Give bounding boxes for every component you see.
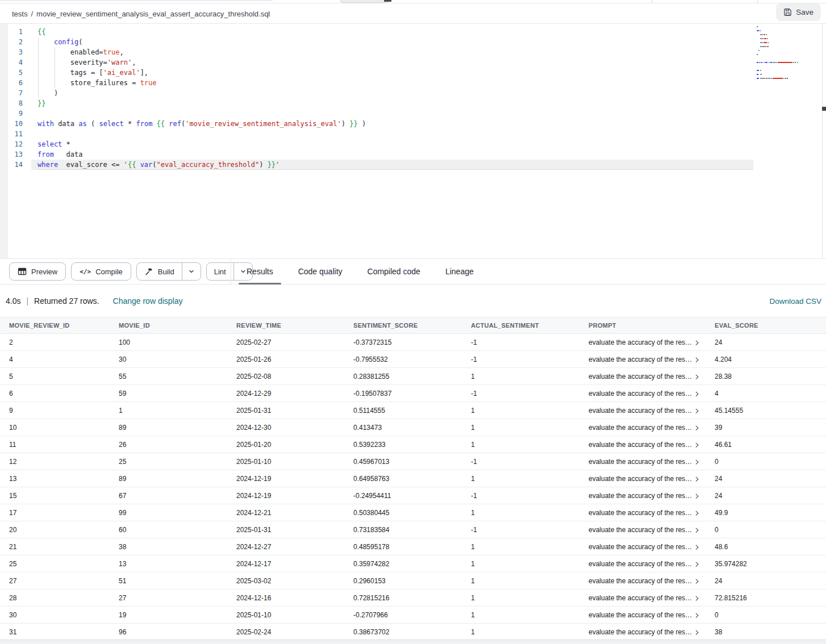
cell-prompt[interactable]: evaluate the accuracy of the res… <box>589 407 706 415</box>
prompt-text: evaluate the accuracy of the res… <box>589 424 692 432</box>
code-line[interactable] <box>37 129 758 139</box>
cell-prompt[interactable]: evaluate the accuracy of the res… <box>589 492 706 500</box>
preview-button[interactable]: Preview <box>9 262 66 281</box>
cell-prompt[interactable]: evaluate the accuracy of the res… <box>589 458 706 466</box>
cell-sentiment-score: 0.45967013 <box>353 458 471 466</box>
code-line[interactable]: with data as ( select * from {{ ref('mov… <box>37 119 758 129</box>
cell-prompt[interactable]: evaluate the accuracy of the res… <box>589 577 706 585</box>
chevron-right-icon[interactable] <box>694 425 698 430</box>
lint-button[interactable]: Lint <box>207 263 233 280</box>
code-line[interactable]: from data <box>37 149 758 160</box>
code-line[interactable]: tags = ['ai_eval'], <box>37 68 758 78</box>
table-row: 912025-01-310.51145551evaluate the accur… <box>0 402 826 419</box>
code-line[interactable]: {{ <box>37 27 758 37</box>
cell-sentiment-score: 0.73183584 <box>353 526 471 534</box>
tab-code-quality[interactable]: Code quality <box>290 259 351 284</box>
build-button[interactable]: Build <box>137 263 182 280</box>
chevron-right-icon[interactable] <box>694 579 698 583</box>
tab-lineage[interactable]: Lineage <box>437 259 482 284</box>
chevron-right-icon[interactable] <box>694 630 698 634</box>
cell-prompt[interactable]: evaluate the accuracy of the res… <box>589 356 706 363</box>
cell-review-time: 2025-03-02 <box>236 577 353 585</box>
chevron-right-icon[interactable] <box>694 511 698 515</box>
cell-sentiment-score: 0.64958763 <box>353 475 471 483</box>
cell-sentiment-score: 0.72815216 <box>353 594 471 602</box>
cell-eval-score: 28.38 <box>706 373 826 380</box>
chevron-right-icon[interactable] <box>694 545 698 549</box>
tab-divider <box>652 0 652 3</box>
chevron-right-icon[interactable] <box>694 340 698 345</box>
chevron-right-icon[interactable] <box>694 459 698 464</box>
tab-results[interactable]: Results <box>239 259 281 284</box>
cell-movie-review-id: 10 <box>0 424 119 432</box>
code-line[interactable]: }} <box>37 98 758 108</box>
editor-code[interactable]: {{ config( enabled=true, severity='warn'… <box>37 27 758 170</box>
download-csv-link[interactable]: Download CSV <box>769 297 821 306</box>
sql-editor[interactable]: 1234567891011121314 {{ config( enabled=t… <box>0 24 826 258</box>
cell-eval-score: 4 <box>706 390 826 398</box>
horizontal-scrollbar[interactable] <box>0 639 826 644</box>
hammer-icon <box>144 267 153 276</box>
prompt-text: evaluate the accuracy of the res… <box>589 577 692 585</box>
breadcrumb-tests[interactable]: tests <box>12 10 27 18</box>
col-header-sentiment-score: SENTIMENT_SCORE <box>353 322 471 329</box>
col-header-movie-review-id: MOVIE_REVIEW_ID <box>0 322 119 329</box>
cell-prompt[interactable]: evaluate the accuracy of the res… <box>589 526 706 534</box>
cell-prompt[interactable]: evaluate the accuracy of the res… <box>589 390 706 398</box>
chevron-right-icon[interactable] <box>694 357 698 362</box>
chevron-right-icon[interactable] <box>694 596 698 600</box>
chevron-right-icon[interactable] <box>694 374 698 379</box>
cell-prompt[interactable]: evaluate the accuracy of the res… <box>589 373 706 380</box>
chevron-right-icon[interactable] <box>694 528 698 532</box>
cell-prompt[interactable]: evaluate the accuracy of the res… <box>589 441 706 449</box>
code-line[interactable]: severity='warn', <box>37 57 758 68</box>
code-line[interactable]: config( <box>37 37 758 47</box>
chevron-right-icon[interactable] <box>694 476 698 481</box>
tab-compiled-code[interactable]: Compiled code <box>360 259 428 284</box>
cell-prompt[interactable]: evaluate the accuracy of the res… <box>589 543 706 551</box>
cell-movie-review-id: 20 <box>0 526 119 534</box>
cell-prompt[interactable]: evaluate the accuracy of the res… <box>589 560 706 568</box>
cell-eval-score: 0 <box>706 526 826 534</box>
cell-prompt[interactable]: evaluate the accuracy of the res… <box>589 424 706 432</box>
code-line[interactable] <box>37 108 758 119</box>
table-row: 12252025-01-100.45967013-1evaluate the a… <box>0 453 826 470</box>
compile-button[interactable]: </> Compile <box>71 262 131 281</box>
code-line[interactable]: store_failures = true <box>37 78 758 88</box>
change-row-display-link[interactable]: Change row display <box>113 296 183 306</box>
code-line[interactable]: ) <box>37 88 758 98</box>
code-line[interactable]: enabled=true, <box>37 47 758 57</box>
chevron-right-icon[interactable] <box>694 408 698 413</box>
chevron-right-icon[interactable] <box>694 494 698 498</box>
cell-review-time: 2025-01-26 <box>236 356 353 363</box>
build-dropdown-button[interactable] <box>182 263 201 280</box>
chevron-right-icon[interactable] <box>694 442 698 447</box>
cell-prompt[interactable]: evaluate the accuracy of the res… <box>589 509 706 517</box>
cell-eval-score: 24 <box>706 492 826 500</box>
table-row: 31962025-02-240.386737021evaluate the ac… <box>0 624 826 641</box>
chevron-right-icon[interactable] <box>694 391 698 396</box>
cell-eval-score: 45.14555 <box>706 407 826 415</box>
cell-actual-sentiment: 1 <box>471 628 589 636</box>
cell-movie-id: 19 <box>119 611 236 619</box>
chevron-right-icon[interactable] <box>694 562 698 566</box>
build-button-label: Build <box>158 267 174 276</box>
cell-movie-id: 100 <box>119 338 236 346</box>
editor-scrollbar-thumb[interactable] <box>822 107 826 111</box>
cell-prompt[interactable]: evaluate the accuracy of the res… <box>589 338 706 346</box>
minimap[interactable] <box>757 26 811 82</box>
code-line[interactable]: select * <box>37 139 758 149</box>
cell-prompt[interactable]: evaluate the accuracy of the res… <box>589 475 706 483</box>
chevron-right-icon[interactable] <box>694 613 698 617</box>
cell-prompt[interactable]: evaluate the accuracy of the res… <box>589 611 706 619</box>
prompt-text: evaluate the accuracy of the res… <box>589 475 692 483</box>
cell-sentiment-score: -0.7955532 <box>353 356 471 363</box>
save-button[interactable]: Save <box>776 3 821 21</box>
code-line[interactable]: where eval_score <= '{{ var("eval_accura… <box>37 160 753 170</box>
cell-prompt[interactable]: evaluate the accuracy of the res… <box>589 628 706 636</box>
table-row: 10892024-12-300.4134731evaluate the accu… <box>0 419 826 436</box>
cell-review-time: 2024-12-21 <box>236 509 353 517</box>
cell-sentiment-score: -0.24954411 <box>353 492 471 500</box>
cell-prompt[interactable]: evaluate the accuracy of the res… <box>589 594 706 602</box>
editor-gutter: 1234567891011121314 <box>8 27 23 170</box>
